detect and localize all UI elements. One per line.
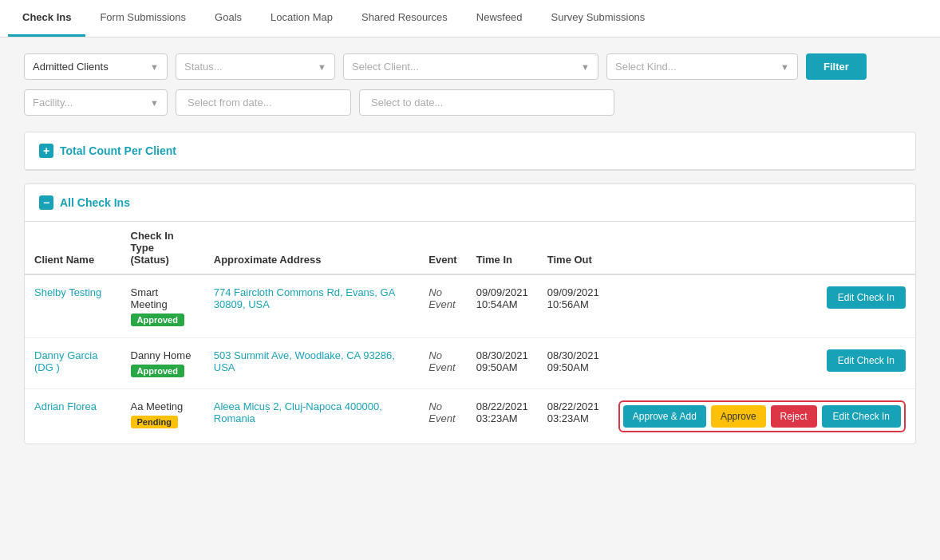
- col-event: Event: [419, 222, 466, 274]
- status-placeholder: Status...: [184, 61, 223, 73]
- cell-actions: Edit Check In: [609, 274, 915, 338]
- filter-row-2: Facility... ▼ Select from date... Select…: [24, 89, 916, 116]
- client-type-arrow-icon: ▼: [150, 62, 159, 72]
- tab-goals[interactable]: Goals: [200, 0, 256, 37]
- client-name-link[interactable]: Adrian Florea: [34, 400, 97, 412]
- cell-client-name: Danny Garcia (DG ): [25, 338, 121, 389]
- approve-add-button[interactable]: Approve & Add: [623, 405, 706, 428]
- cell-time-out: 08/30/202109:50AM: [538, 338, 609, 389]
- tab-location-map[interactable]: Location Map: [256, 0, 347, 37]
- total-count-header[interactable]: + Total Count Per Client: [25, 132, 915, 170]
- check-in-type-text: Danny Home: [131, 349, 195, 361]
- cell-event: NoEvent: [419, 338, 466, 389]
- reject-button[interactable]: Reject: [771, 405, 817, 428]
- kind-arrow-icon: ▼: [780, 62, 789, 72]
- to-date-input[interactable]: Select to date...: [359, 89, 614, 116]
- total-count-toggle-icon: +: [39, 144, 53, 158]
- facility-placeholder: Facility...: [33, 97, 73, 108]
- cell-event: NoEvent: [419, 389, 466, 444]
- tab-newsfeed[interactable]: Newsfeed: [462, 0, 537, 37]
- all-check-ins-toggle-icon: −: [39, 195, 53, 210]
- status-dropdown[interactable]: Status... ▼: [176, 53, 335, 80]
- all-check-ins-panel: − All Check Ins Client Name Check InType…: [24, 183, 916, 444]
- total-count-title: Total Count Per Client: [60, 144, 176, 157]
- cell-check-in-type: Danny HomeApproved: [121, 338, 204, 389]
- cell-time-in: 08/30/202109:50AM: [467, 338, 538, 389]
- cell-time-in: 08/22/202103:23AM: [467, 389, 538, 444]
- check-in-type-text: Aa Meeting: [131, 400, 195, 412]
- from-date-input[interactable]: Select from date...: [176, 89, 351, 116]
- event-text: NoEvent: [429, 286, 455, 310]
- col-client-name: Client Name: [25, 222, 121, 274]
- col-check-in-type: Check InType(Status): [121, 222, 204, 274]
- cell-address: 774 Faircloth Commons Rd, Evans, GA 3080…: [204, 274, 420, 338]
- col-address: Approximate Address: [204, 222, 420, 274]
- kind-placeholder: Select Kind...: [615, 61, 677, 73]
- main-content: Admitted Clients ▼ Status... ▼ Select Cl…: [0, 37, 940, 473]
- approve-button[interactable]: Approve: [711, 405, 766, 428]
- client-type-dropdown[interactable]: Admitted Clients ▼: [24, 53, 168, 80]
- edit-check-in-button[interactable]: Edit Check In: [827, 286, 906, 309]
- cell-time-in: 09/09/202110:54AM: [467, 274, 538, 338]
- cell-actions: Approve & AddApproveRejectEdit Check In: [609, 389, 915, 444]
- all-check-ins-title: All Check Ins: [60, 196, 130, 209]
- table-row: Danny Garcia (DG )Danny HomeApproved503 …: [25, 338, 915, 389]
- col-actions: [609, 222, 915, 274]
- client-type-value: Admitted Clients: [33, 61, 109, 73]
- address-link[interactable]: Aleea Micuș 2, Cluj-Napoca 400000, Roman…: [214, 400, 382, 424]
- client-arrow-icon: ▼: [581, 62, 590, 72]
- cell-address: 503 Summit Ave, Woodlake, CA 93286, USA: [204, 338, 420, 389]
- cell-check-in-type: Aa MeetingPending: [121, 389, 204, 444]
- tab-check-ins[interactable]: Check Ins: [8, 0, 85, 37]
- tab-shared-resources[interactable]: Shared Resources: [347, 0, 462, 37]
- col-time-out: Time Out: [538, 222, 609, 274]
- all-check-ins-header[interactable]: − All Check Ins: [25, 184, 915, 222]
- client-name-link[interactable]: Danny Garcia (DG ): [34, 349, 97, 373]
- tab-bar: Check InsForm SubmissionsGoalsLocation M…: [0, 0, 940, 37]
- col-time-in: Time In: [467, 222, 538, 274]
- check-ins-table: Client Name Check InType(Status) Approxi…: [25, 222, 915, 444]
- tab-survey-submissions[interactable]: Survey Submissions: [537, 0, 660, 37]
- cell-client-name: Shelby Testing: [25, 274, 121, 338]
- cell-actions: Edit Check In: [609, 338, 915, 389]
- client-placeholder: Select Client...: [352, 61, 419, 73]
- facility-dropdown[interactable]: Facility... ▼: [24, 89, 168, 116]
- status-badge: Pending: [131, 416, 178, 428]
- event-text: NoEvent: [429, 400, 455, 424]
- edit-check-in-button[interactable]: Edit Check In: [827, 349, 906, 372]
- status-arrow-icon: ▼: [318, 62, 326, 72]
- action-cell: Edit Check In: [618, 286, 906, 309]
- table-row: Shelby TestingSmart MeetingApproved774 F…: [25, 274, 915, 338]
- table-header-row: Client Name Check InType(Status) Approxi…: [25, 222, 915, 274]
- edit-check-in-button[interactable]: Edit Check In: [822, 405, 901, 428]
- filter-button[interactable]: Filter: [806, 53, 867, 80]
- status-badge: Approved: [131, 365, 184, 377]
- address-link[interactable]: 774 Faircloth Commons Rd, Evans, GA 3080…: [214, 286, 395, 310]
- kind-dropdown[interactable]: Select Kind... ▼: [606, 53, 798, 80]
- action-cell: Edit Check In: [618, 349, 906, 372]
- filter-row-1: Admitted Clients ▼ Status... ▼ Select Cl…: [24, 53, 916, 80]
- total-count-panel: + Total Count Per Client: [24, 132, 916, 171]
- cell-time-out: 08/22/202103:23AM: [538, 389, 609, 444]
- check-in-type-text: Smart Meeting: [131, 286, 195, 310]
- cell-address: Aleea Micuș 2, Cluj-Napoca 400000, Roman…: [204, 389, 420, 444]
- cell-event: NoEvent: [419, 274, 466, 338]
- pending-actions-wrapper: Approve & AddApproveRejectEdit Check In: [618, 400, 906, 432]
- cell-check-in-type: Smart MeetingApproved: [121, 274, 204, 338]
- client-name-link[interactable]: Shelby Testing: [34, 286, 101, 298]
- tab-form-submissions[interactable]: Form Submissions: [85, 0, 200, 37]
- event-text: NoEvent: [429, 349, 455, 373]
- address-link[interactable]: 503 Summit Ave, Woodlake, CA 93286, USA: [214, 349, 395, 373]
- facility-arrow-icon: ▼: [150, 98, 159, 108]
- cell-client-name: Adrian Florea: [25, 389, 121, 444]
- client-dropdown[interactable]: Select Client... ▼: [343, 53, 598, 80]
- status-badge: Approved: [131, 314, 184, 326]
- table-row: Adrian FloreaAa MeetingPendingAleea Micu…: [25, 389, 915, 444]
- cell-time-out: 09/09/202110:56AM: [538, 274, 609, 338]
